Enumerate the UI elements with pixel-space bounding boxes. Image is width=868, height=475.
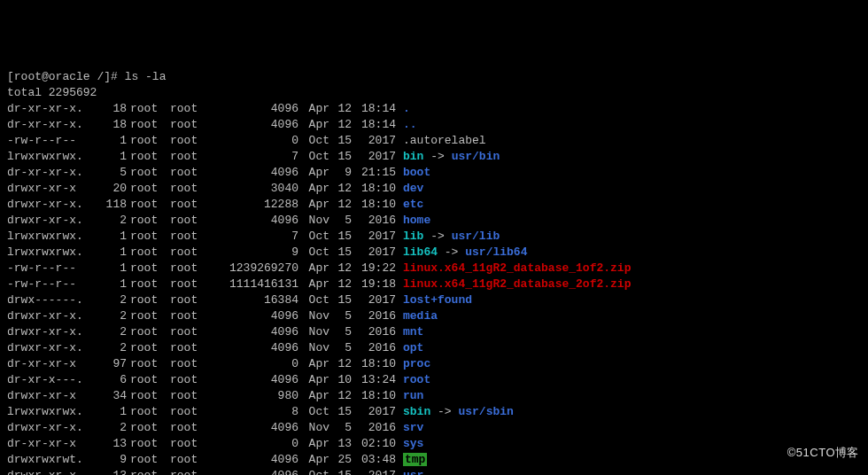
- prompt-line[interactable]: [root@oracle /]# ls -la: [7, 69, 861, 85]
- symlink-arrow: ->: [423, 230, 451, 243]
- size: 980: [210, 388, 298, 404]
- ls-row: drwxr-xr-x.118rootroot12288Apr1218:10etc: [7, 197, 861, 213]
- file-name: .autorelabel: [403, 134, 486, 147]
- size: 4096: [210, 165, 298, 181]
- time: 03:48: [352, 452, 396, 468]
- permissions: drwxr-xr-x.: [7, 197, 96, 213]
- group: root: [170, 261, 210, 276]
- month: Apr: [298, 388, 329, 404]
- link-count: 2: [96, 308, 127, 324]
- group: root: [170, 372, 210, 388]
- day: 15: [329, 229, 352, 245]
- owner: root: [130, 117, 170, 133]
- link-count: 18: [96, 117, 127, 133]
- month: Oct: [298, 404, 329, 420]
- file-name: .: [403, 102, 410, 115]
- day: 13: [329, 436, 352, 452]
- link-count: 18: [96, 101, 127, 117]
- size: 1111416131: [210, 276, 298, 292]
- owner: root: [130, 388, 170, 404]
- month: Apr: [298, 117, 329, 133]
- ls-row: drwxr-xr-x.13rootroot4096Oct152017usr: [7, 468, 861, 475]
- ls-row: -rw-r--r--1rootroot1239269270Apr1219:22l…: [7, 261, 861, 276]
- month: Apr: [298, 452, 329, 468]
- time: 13:24: [352, 372, 396, 388]
- permissions: dr-xr-x---.: [7, 372, 96, 388]
- permissions: lrwxrwxrwx.: [7, 245, 96, 261]
- owner: root: [130, 452, 170, 468]
- day: 12: [329, 181, 352, 197]
- file-name: etc: [403, 198, 423, 211]
- permissions: drwxr-xr-x.: [7, 308, 96, 324]
- link-count: 2: [96, 324, 127, 340]
- month: Apr: [298, 197, 329, 213]
- ls-row: dr-xr-x---.6rootroot4096Apr1013:24root: [7, 372, 861, 388]
- file-name: proc: [403, 357, 430, 370]
- file-name: dev: [403, 182, 423, 195]
- size: 0: [210, 356, 298, 372]
- link-count: 1: [96, 245, 127, 261]
- group: root: [170, 149, 210, 165]
- group: root: [170, 308, 210, 324]
- owner: root: [130, 292, 170, 308]
- day: 12: [329, 276, 352, 292]
- link-count: 1: [96, 261, 127, 276]
- ls-row: drwxr-xr-x.2rootroot4096Nov52016media: [7, 308, 861, 324]
- owner: root: [130, 436, 170, 452]
- size: 7: [210, 229, 298, 245]
- day: 5: [329, 213, 352, 229]
- month: Oct: [298, 468, 329, 475]
- day: 25: [329, 452, 352, 468]
- shell-prompt: [root@oracle /]#: [7, 70, 125, 83]
- group: root: [170, 324, 210, 340]
- terminal-output[interactable]: [root@oracle /]# ls -latotal 2295692dr-x…: [7, 69, 861, 475]
- day: 5: [329, 308, 352, 324]
- month: Apr: [298, 261, 329, 276]
- link-count: 97: [96, 356, 127, 372]
- owner: root: [130, 149, 170, 165]
- time: 18:10: [352, 197, 396, 213]
- month: Oct: [298, 292, 329, 308]
- month: Apr: [298, 356, 329, 372]
- month: Apr: [298, 181, 329, 197]
- permissions: drwxrwxrwt.: [7, 452, 96, 468]
- group: root: [170, 292, 210, 308]
- permissions: drwxr-xr-x.: [7, 324, 96, 340]
- ls-row: lrwxrwxrwx.1rootroot8Oct152017sbin -> us…: [7, 404, 861, 420]
- ls-row: dr-xr-xr-x13rootroot0Apr1302:10sys: [7, 436, 861, 452]
- ls-row: drwxr-xr-x.2rootroot4096Nov52016opt: [7, 340, 861, 356]
- file-name: tmp: [403, 453, 427, 466]
- file-name: sys: [403, 437, 423, 450]
- group: root: [170, 420, 210, 436]
- file-name: home: [403, 214, 430, 227]
- time: 2017: [352, 245, 396, 261]
- owner: root: [130, 181, 170, 197]
- time: 18:10: [352, 181, 396, 197]
- group: root: [170, 452, 210, 468]
- day: 15: [329, 404, 352, 420]
- group: root: [170, 101, 210, 117]
- month: Oct: [298, 245, 329, 261]
- size: 4096: [210, 213, 298, 229]
- ls-row: dr-xr-xr-x.18rootroot4096Apr1218:14.: [7, 101, 861, 117]
- link-count: 2: [96, 420, 127, 436]
- link-count: 2: [96, 340, 127, 356]
- group: root: [170, 165, 210, 181]
- month: Nov: [298, 420, 329, 436]
- day: 12: [329, 101, 352, 117]
- file-name: bin: [403, 150, 423, 163]
- symlink-target: usr/bin: [452, 150, 500, 163]
- month: Apr: [298, 436, 329, 452]
- size: 4096: [210, 452, 298, 468]
- day: 15: [329, 149, 352, 165]
- ls-row: lrwxrwxrwx.1rootroot9Oct152017lib64 -> u…: [7, 245, 861, 261]
- size: 4096: [210, 468, 298, 475]
- permissions: drwxr-xr-x.: [7, 213, 96, 229]
- size: 16384: [210, 292, 298, 308]
- ls-row: lrwxrwxrwx.1rootroot7Oct152017lib -> usr…: [7, 229, 861, 245]
- owner: root: [130, 133, 170, 149]
- group: root: [170, 117, 210, 133]
- time: 18:10: [352, 388, 396, 404]
- month: Oct: [298, 149, 329, 165]
- group: root: [170, 468, 210, 475]
